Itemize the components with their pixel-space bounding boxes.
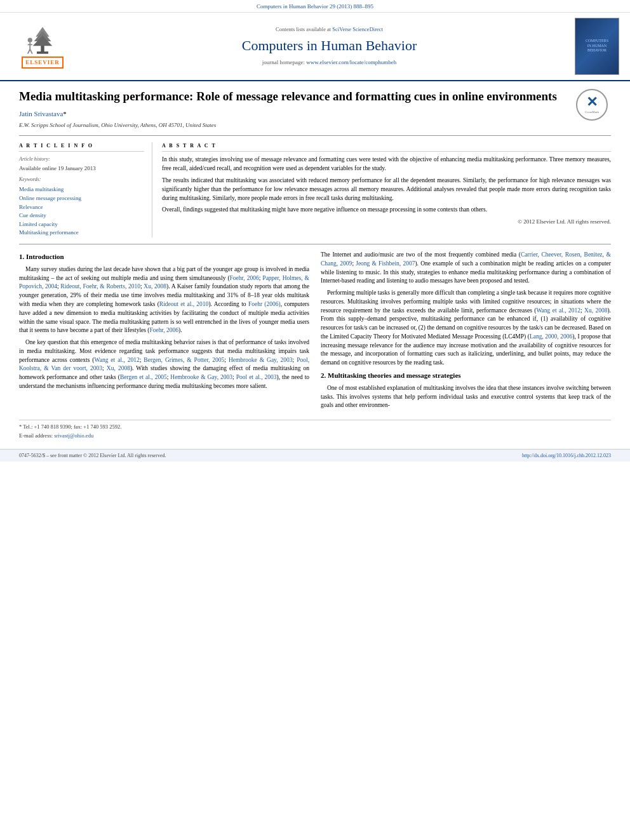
keywords-label: Keywords: <box>19 176 144 183</box>
footer-tel: * Tel.: +1 740 818 9390; fax: +1 740 593… <box>19 423 611 431</box>
section2-title: Multitasking theories and message strate… <box>328 371 461 379</box>
elsevier-logo: ELSEVIER <box>8 24 77 69</box>
cite-lang-2000[interactable]: Lang, 2000, 2006 <box>530 333 572 340</box>
svg-line-8 <box>28 49 30 53</box>
article-meta-row: A R T I C L E I N F O Article history: A… <box>19 142 611 244</box>
journal-top-bar: Computers in Human Behavior 29 (2013) 88… <box>0 0 630 13</box>
cite-bergen-2005b[interactable]: Bergen et al., 2005 <box>120 374 167 380</box>
section1-right-para-1: The Internet and audio/music are two of … <box>321 251 611 286</box>
crossmark-label: CrossMark <box>585 110 599 114</box>
cite-hembrooke-2003b[interactable]: Hembrooke & Gay, 2003 <box>170 374 232 380</box>
bottom-doi[interactable]: http://dx.doi.org/10.1016/j.chb.2012.12.… <box>522 452 611 459</box>
journal-reference: Computers in Human Behavior 29 (2013) 88… <box>257 3 373 10</box>
journal-header-center: Contents lists available at SciVerse Sci… <box>90 26 568 66</box>
article-history-label: Article history: <box>19 156 144 163</box>
keyword-5[interactable]: Limited capacity <box>19 220 144 229</box>
cite-rideout-et-al-2010[interactable]: Rideout et al., 2010 <box>159 301 209 307</box>
section1-heading: 1. Introduction <box>19 252 309 262</box>
section1-title: Introduction <box>26 253 64 260</box>
abstract-para-1: In this study, strategies involving use … <box>162 156 611 173</box>
elsevier-brand-text: ELSEVIER <box>22 57 64 69</box>
abstract-text: In this study, strategies involving use … <box>162 156 611 215</box>
abstract-label: A B S T R A C T <box>162 142 611 152</box>
elsevier-tree-icon <box>17 24 68 55</box>
cite-xu-2008a[interactable]: Xu, 2008 <box>144 283 166 290</box>
cite-foehr-2006c[interactable]: Foehr, 2006 <box>150 327 179 333</box>
cite-foehr-2006b[interactable]: Foehr (2006) <box>248 301 281 307</box>
journal-title: Computers in Human Behavior <box>90 36 568 56</box>
article-info-column: A R T I C L E I N F O Article history: A… <box>19 142 152 237</box>
svg-line-9 <box>30 49 32 53</box>
cite-jeong-2007[interactable]: Jeong & Fishbein, 2007 <box>356 260 415 267</box>
author-footnote-star: * <box>63 110 67 117</box>
keywords-list: Media multitasking Online message proces… <box>19 185 144 237</box>
journal-header: ELSEVIER Contents lists available at Sci… <box>0 13 630 81</box>
cite-wang-2012[interactable]: Wang et al., 2012 <box>94 357 139 363</box>
section2-heading: 2. Multitasking theories and message str… <box>321 371 611 381</box>
article-author: Jatin Srivastava* <box>19 109 611 119</box>
journal-cover: COMPUTERSIN HUMANBEHAVIOR <box>575 18 622 75</box>
article-affiliation: E.W. Scripps School of Journalism, Ohio … <box>19 121 611 130</box>
footer-notes: * Tel.: +1 740 818 9390; fax: +1 740 593… <box>19 420 611 440</box>
section1-number: 1. <box>19 253 24 260</box>
body-two-col: 1. Introduction Many survey studies duri… <box>19 251 611 413</box>
keyword-1[interactable]: Media multitasking <box>19 185 144 194</box>
cite-wang-2012b[interactable]: Wang et al., 2012 <box>536 307 580 314</box>
keyword-4[interactable]: Cue density <box>19 211 144 220</box>
body-left-column: 1. Introduction Many survey studies duri… <box>19 251 309 413</box>
cite-foehr-2006[interactable]: Foehr, 2006 <box>230 275 259 281</box>
cite-pool-2003b[interactable]: Pool et al., 2003 <box>236 374 277 380</box>
svg-point-5 <box>28 37 32 42</box>
journal-logo-area: ELSEVIER <box>8 24 84 69</box>
cite-bergen-2005[interactable]: Bergen, Grimes, & Potter, 2005 <box>144 357 224 363</box>
section1-para-1: Many survey studies during the last deca… <box>19 265 309 335</box>
cite-hembrooke-2003[interactable]: Hembrooke & Gay, 2003 <box>229 357 293 363</box>
article-title-section: Media multitasking performance: Role of … <box>19 89 611 137</box>
section1-para-2: One key question that this emergence of … <box>19 338 309 391</box>
section1-right-para-2: Performing multiple tasks is generally m… <box>321 289 611 368</box>
section2-number: 2. <box>321 371 326 379</box>
abstract-para-3: Overall, findings suggested that multita… <box>162 206 611 215</box>
keyword-3[interactable]: Relevance <box>19 203 144 211</box>
abstract-copyright: © 2012 Elsevier Ltd. All rights reserved… <box>162 218 611 226</box>
cite-xu-2008b[interactable]: Xu, 2008 <box>107 365 130 371</box>
sciverse-link[interactable]: SciVerse ScienceDirect <box>332 26 383 32</box>
article-title: Media multitasking performance: Role of … <box>19 89 611 105</box>
footer-email-line: E-mail address: srivastj@ohio.edu <box>19 432 611 440</box>
homepage-url[interactable]: www.elsevier.com/locate/comphumbeh <box>306 59 396 65</box>
bottom-bar: 0747-5632/$ – see front matter © 2012 El… <box>0 449 630 462</box>
footer-email-link[interactable]: srivastj@ohio.edu <box>54 432 93 439</box>
keyword-2[interactable]: Online message processing <box>19 194 144 203</box>
journal-homepage: journal homepage: www.elsevier.com/locat… <box>90 58 568 67</box>
crossmark-icon: ✕ <box>586 95 598 109</box>
cite-rideout-2010[interactable]: Rideout, Foehr, & Roberts, 2010 <box>60 283 140 290</box>
keyword-6[interactable]: Multitasking performance <box>19 229 144 237</box>
article-info-label: A R T I C L E I N F O <box>19 142 144 152</box>
bottom-copyright: 0747-5632/$ – see front matter © 2012 El… <box>19 452 166 459</box>
author-name[interactable]: Jatin Srivastava <box>19 110 63 117</box>
section2-para-1: One of most established explanation of m… <box>321 384 611 410</box>
body-right-column: The Internet and audio/music are two of … <box>321 251 611 413</box>
abstract-column: A B S T R A C T In this study, strategie… <box>162 142 611 237</box>
footer-email-label: E-mail address: <box>19 432 54 439</box>
article-content: Media multitasking performance: Role of … <box>0 81 630 449</box>
cite-xu-2008c[interactable]: Xu, 2008 <box>584 307 607 314</box>
available-online: Available online 19 January 2013 <box>19 164 144 173</box>
journal-cover-image: COMPUTERSIN HUMANBEHAVIOR <box>575 18 619 75</box>
crossmark-badge[interactable]: ✕ CrossMark <box>576 89 611 124</box>
sciverse-line: Contents lists available at SciVerse Sci… <box>90 26 568 34</box>
abstract-para-2: The results indicated that multitasking … <box>162 177 611 203</box>
